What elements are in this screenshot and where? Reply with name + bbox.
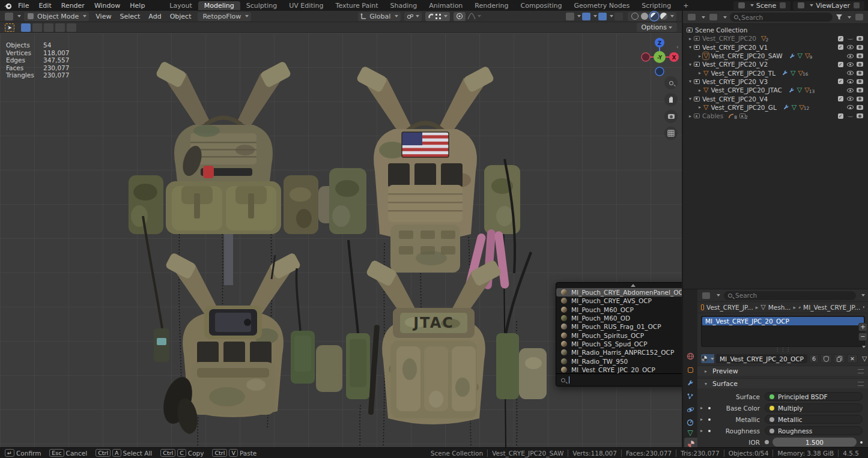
render-visibility-icon[interactable] xyxy=(857,71,863,76)
options-dropdown[interactable]: Options xyxy=(637,23,677,32)
material-list-item[interactable]: MI_Pouch_CRYE_AbdomenPanel_OCP xyxy=(556,288,682,297)
snap-controls[interactable] xyxy=(425,12,450,21)
exclude-checkbox[interactable]: ✓ xyxy=(838,44,843,50)
disclosure-icon[interactable]: ▸ xyxy=(696,104,703,110)
add-workspace-button[interactable]: + xyxy=(677,1,694,10)
properties-search[interactable] xyxy=(724,291,856,300)
exclude-checkbox[interactable]: ✓ xyxy=(838,36,843,41)
disclosure-icon[interactable]: ▾ xyxy=(687,96,694,101)
tab-material[interactable] xyxy=(684,438,697,448)
menu-file[interactable]: File xyxy=(14,2,33,10)
hide-eye-icon[interactable] xyxy=(847,88,854,92)
material-list-item[interactable]: MI_Pouch_M60_OCP xyxy=(556,306,682,314)
hide-eye-icon[interactable] xyxy=(847,79,854,83)
panel-resize-grip[interactable]: ⋮⋮⋮ xyxy=(697,347,868,352)
new-collection-icon[interactable] xyxy=(855,14,863,20)
tab-rendering[interactable]: Rendering xyxy=(469,1,514,10)
exclude-checkbox[interactable]: ✓ xyxy=(838,79,843,84)
material-browse-dropdown[interactable] xyxy=(701,354,714,363)
unlink-x-button[interactable]: ✕ xyxy=(847,354,858,363)
hide-eye-icon[interactable] xyxy=(847,97,854,101)
retopoflow-menu[interactable]: RetopoFlow xyxy=(198,12,251,21)
base-color-field[interactable]: Multiply xyxy=(765,403,863,412)
disclosure-icon[interactable]: ▾ xyxy=(687,79,694,84)
material-list-item[interactable]: MI_Pouch_Spiritus_OCP xyxy=(556,331,682,339)
material-list-item[interactable]: MI_Pouch_RUS_Frag_01_OCP xyxy=(556,322,682,331)
overlays-toggle-icon[interactable] xyxy=(598,13,607,20)
pin-icon[interactable] xyxy=(780,2,786,8)
fake-user-shield-icon[interactable] xyxy=(821,354,832,363)
material-slot-list[interactable]: MI_Vest_CRYE_JPC_20_OCP xyxy=(701,316,865,347)
menu-object[interactable]: Object xyxy=(166,13,195,20)
pivot-point-dropdown[interactable] xyxy=(404,12,422,21)
tab-world[interactable] xyxy=(683,350,697,362)
select-mode-subtract-icon[interactable] xyxy=(44,23,53,32)
render-visibility-icon[interactable] xyxy=(857,53,863,58)
render-visibility-icon[interactable] xyxy=(857,105,863,110)
material-slot-selected[interactable]: MI_Vest_CRYE_JPC_20_OCP xyxy=(702,317,864,325)
panel-drag-grip[interactable] xyxy=(858,382,864,386)
tab-uv-editing[interactable]: UV Editing xyxy=(283,1,329,10)
material-list-item[interactable]: MI_Pouch_SS_Spud_OCP xyxy=(556,340,682,348)
tab-object[interactable] xyxy=(683,364,697,376)
view-layer-selector[interactable]: ViewLayer xyxy=(793,1,864,10)
tab-particles[interactable] xyxy=(683,390,697,402)
tweak-tool-icon[interactable]: ➤ xyxy=(5,23,14,32)
render-visibility-icon[interactable] xyxy=(857,113,863,118)
render-visibility-icon[interactable] xyxy=(857,62,863,67)
disclosure-icon[interactable]: ▾ xyxy=(687,44,694,50)
editor-type-icon[interactable] xyxy=(688,14,696,20)
outliner-collection-row[interactable]: ▾ Vest_CRYE_JPC20_V1 ✓ xyxy=(683,43,868,52)
sidebar-collapse-arrow[interactable]: ‹ xyxy=(676,44,679,50)
select-mode-invert-icon[interactable] xyxy=(55,23,65,32)
ior-slider[interactable]: 1.500 xyxy=(772,438,857,447)
disclosure-icon[interactable]: ▾ xyxy=(687,62,694,67)
filter-icon[interactable] xyxy=(836,14,843,20)
material-list-item[interactable]: MI_Radio_Harris_ANPRC152_OCP xyxy=(556,348,682,357)
expand-icon[interactable]: ▸ xyxy=(697,428,706,433)
add-slot-button[interactable]: + xyxy=(858,323,867,331)
hide-eye-icon[interactable] xyxy=(847,45,854,49)
tab-physics[interactable] xyxy=(683,403,697,415)
outliner-object-row[interactable]: ▸ ▽ Vest_CRYE_JPC20_SAW ▽ ▽9 xyxy=(683,52,868,60)
material-specials-icon[interactable]: ▽ xyxy=(862,356,867,362)
material-list-item[interactable]: MI_Pouch_M60_OD xyxy=(556,314,682,322)
outliner-collection-row[interactable]: ▾ Vest_CRYE_JPC20_V2 ✓ xyxy=(683,60,868,68)
hide-eye-icon[interactable] xyxy=(847,62,854,67)
disclosure-icon[interactable]: ▸ xyxy=(696,53,703,59)
preview-panel-header[interactable]: ▸ Preview xyxy=(697,366,868,376)
outliner-object-row[interactable]: ▸ ▽ Vest_CRYE_JPC20_TL ▽ ▽16 xyxy=(683,68,868,77)
pin-icon[interactable] xyxy=(863,304,865,311)
menu-select[interactable]: Select xyxy=(116,13,144,20)
exclude-checkbox[interactable]: ✓ xyxy=(838,96,843,101)
disclosure-icon[interactable]: ▸ xyxy=(696,70,703,76)
breadcrumb-material[interactable]: MI_Vest_CRYE_JP... xyxy=(803,304,860,311)
slot-specials-icon[interactable] xyxy=(862,346,866,348)
tab-object-data[interactable]: ▽ xyxy=(683,427,697,439)
editor-type-icon[interactable] xyxy=(702,292,710,299)
tab-layout[interactable]: Layout xyxy=(163,1,198,10)
tab-shading[interactable]: Shading xyxy=(384,1,423,10)
disclosure-icon[interactable]: ▸ xyxy=(687,113,694,119)
ortho-toggle-button[interactable] xyxy=(664,127,678,140)
exclude-checkbox[interactable]: ✓ xyxy=(838,113,843,119)
tab-geometry-nodes[interactable]: Geometry Nodes xyxy=(568,1,636,10)
axis-gizmo[interactable]: Z X -Y xyxy=(638,35,681,79)
move-view-button[interactable] xyxy=(664,93,678,106)
material-list-item[interactable]: MI_Pouch_CRYE_AVS_OCP xyxy=(556,297,682,305)
breadcrumb-mesh[interactable]: Mesh... xyxy=(768,304,791,311)
xray-toggle-icon[interactable] xyxy=(615,13,623,20)
hide-eye-icon[interactable] xyxy=(847,71,854,75)
tab-sculpting[interactable]: Sculpting xyxy=(240,1,283,10)
menu-view[interactable]: View xyxy=(92,13,115,20)
proportional-editing-toggle[interactable] xyxy=(454,12,466,21)
outliner-collection-row[interactable]: ▾ Vest_CRYE_JPC20_V4 ✓ xyxy=(683,94,868,103)
breadcrumb-object[interactable]: Vest_CRYE_JP... xyxy=(706,304,753,311)
editor-type-icon[interactable] xyxy=(5,13,13,20)
outliner-root-row[interactable]: Scene Collection xyxy=(683,26,868,34)
render-visibility-icon[interactable] xyxy=(857,79,863,84)
tab-modifiers[interactable] xyxy=(683,377,697,389)
zoom-view-button[interactable] xyxy=(664,76,678,89)
outliner-object-row[interactable]: ▸ ▽ Vest_CRYE_JPC20_GL ▽ ▽12 xyxy=(683,103,868,112)
outliner-collection-row[interactable]: ▾ Vest_CRYE_JPC20_V3 ✓ xyxy=(683,77,868,86)
